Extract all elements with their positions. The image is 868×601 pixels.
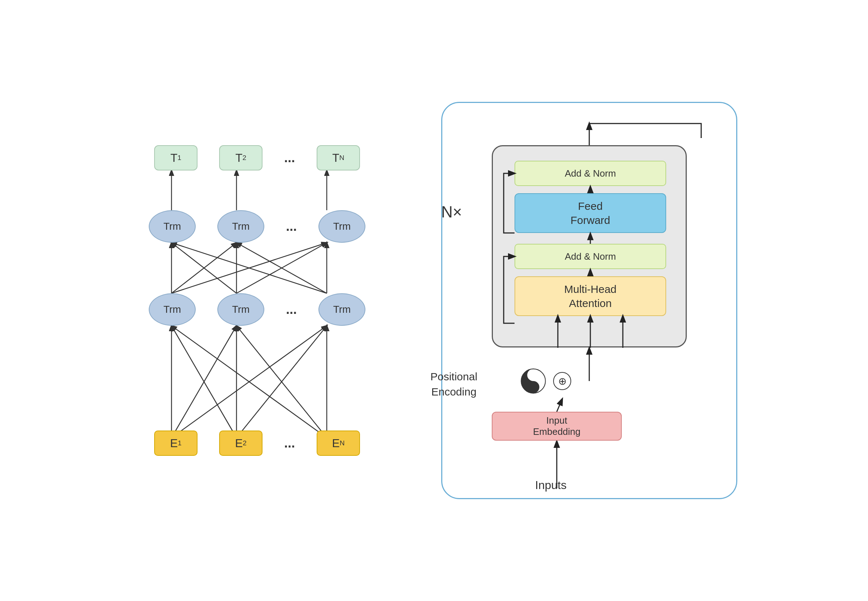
positional-encoding-label: PositionalEncoding xyxy=(430,369,477,400)
dots-output: ... xyxy=(284,151,295,164)
svg-line-5 xyxy=(236,326,327,438)
multihead-attention-box: Multi-HeadAttention xyxy=(515,276,666,316)
input-E1: E1 xyxy=(154,430,198,456)
inputs-label: Inputs xyxy=(535,479,566,492)
token-TN: TN xyxy=(317,145,360,171)
svg-line-15 xyxy=(172,243,327,293)
svg-line-6 xyxy=(172,326,327,438)
add-norm-mid: Add & Norm xyxy=(515,244,666,269)
input-embedding-box: InputEmbedding xyxy=(492,412,622,441)
nx-block: Add & Norm FeedForward Add & Norm Multi-… xyxy=(492,145,687,348)
token-T1: T1 xyxy=(154,145,198,171)
left-diagram: T1 T2 ... TN Trm Trm ... Trm Trm Trm ...… xyxy=(131,138,384,463)
trm-row-mid: Trm Trm ... Trm xyxy=(149,293,365,326)
svg-line-2 xyxy=(172,326,327,438)
main-container: T1 T2 ... TN Trm Trm ... Trm Trm Trm ...… xyxy=(37,102,831,499)
feed-forward-box: FeedForward xyxy=(515,193,666,233)
trm-top-2: Trm xyxy=(217,210,264,243)
nx-label: N× xyxy=(441,203,462,221)
trm-top-1: Trm xyxy=(149,210,196,243)
svg-point-36 xyxy=(531,384,536,390)
trm-mid-n: Trm xyxy=(318,293,365,326)
svg-line-16 xyxy=(236,243,327,293)
trm-mid-2: Trm xyxy=(217,293,264,326)
plus-circle: ⊕ xyxy=(553,372,571,390)
trm-mid-1: Trm xyxy=(149,293,196,326)
svg-line-3 xyxy=(172,326,236,438)
trm-row-top: Trm Trm ... Trm xyxy=(149,210,365,243)
output-row: T1 T2 ... TN xyxy=(154,145,360,171)
add-norm-top: Add & Norm xyxy=(515,161,666,186)
trm-top-n: Trm xyxy=(318,210,365,243)
svg-line-11 xyxy=(172,243,327,293)
right-diagram: N× Add & Norm FeedForward Add & Norm Mul… xyxy=(412,102,737,499)
svg-line-10 xyxy=(172,243,236,293)
dots-input: ... xyxy=(284,437,295,450)
input-E2: E2 xyxy=(219,430,262,456)
svg-line-7 xyxy=(236,326,327,438)
dots-trm-mid: ... xyxy=(286,303,297,316)
dots-trm-top: ... xyxy=(286,220,297,233)
yin-yang-icon xyxy=(521,368,546,394)
svg-line-14 xyxy=(236,243,327,293)
token-T2: T2 xyxy=(219,145,262,171)
input-EN: EN xyxy=(317,430,360,456)
svg-line-12 xyxy=(172,243,236,293)
svg-point-35 xyxy=(531,372,536,377)
input-row: E1 E2 ... EN xyxy=(154,430,360,456)
svg-line-1 xyxy=(172,326,236,438)
